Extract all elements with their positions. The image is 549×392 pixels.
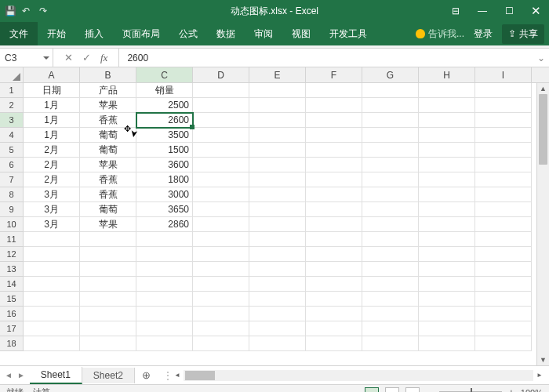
cell-B8[interactable]: 香蕉: [80, 187, 136, 202]
cell-H11[interactable]: [419, 232, 475, 247]
cell-D16[interactable]: [193, 307, 249, 321]
row-header-18[interactable]: 18: [0, 336, 24, 351]
cell-D7[interactable]: [193, 172, 249, 187]
cell-D2[interactable]: [193, 98, 249, 113]
cell-A16[interactable]: [24, 307, 80, 321]
cell-H16[interactable]: [419, 307, 475, 321]
cell-F8[interactable]: [306, 187, 362, 202]
cell-H4[interactable]: [419, 128, 475, 143]
cell-F3[interactable]: [306, 113, 362, 128]
cell-I16[interactable]: [475, 307, 532, 321]
cell-E12[interactable]: [249, 247, 306, 262]
cell-G17[interactable]: [362, 321, 419, 336]
scroll-up-icon[interactable]: ▲: [537, 83, 549, 94]
cell-H2[interactable]: [419, 98, 475, 113]
cell-G18[interactable]: [362, 336, 419, 351]
cell-I17[interactable]: [475, 321, 532, 336]
sheet-tab-2[interactable]: Sheet2: [82, 368, 135, 383]
row-header-9[interactable]: 9: [0, 202, 24, 217]
cell-A3[interactable]: 1月: [24, 113, 80, 128]
cell-C11[interactable]: [136, 232, 193, 247]
select-all-corner[interactable]: [0, 67, 24, 82]
cell-E15[interactable]: [249, 292, 306, 307]
cell-B14[interactable]: [80, 277, 136, 292]
cell-C6[interactable]: 3600: [136, 158, 193, 172]
cell-C12[interactable]: [136, 247, 193, 262]
cell-A18[interactable]: [24, 336, 80, 351]
cell-D6[interactable]: [193, 158, 249, 172]
cell-B18[interactable]: [80, 336, 136, 351]
cell-D11[interactable]: [193, 232, 249, 247]
tab-review[interactable]: 审阅: [245, 22, 282, 45]
cell-A14[interactable]: [24, 277, 80, 292]
cell-E18[interactable]: [249, 336, 306, 351]
cell-C10[interactable]: 2860: [136, 217, 193, 232]
cell-I2[interactable]: [475, 98, 532, 113]
cell-H12[interactable]: [419, 247, 475, 262]
tab-insert[interactable]: 插入: [75, 22, 113, 45]
cell-D17[interactable]: [193, 321, 249, 336]
cell-E14[interactable]: [249, 277, 306, 292]
cell-F12[interactable]: [306, 247, 362, 262]
redo-icon[interactable]: ↷: [39, 5, 50, 16]
cell-G16[interactable]: [362, 307, 419, 321]
cell-D18[interactable]: [193, 336, 249, 351]
add-sheet-button[interactable]: ⊕: [135, 369, 158, 381]
view-pagelayout-icon[interactable]: [385, 387, 399, 393]
cell-C1[interactable]: 销量: [136, 83, 193, 98]
cell-I6[interactable]: [475, 158, 532, 172]
name-box[interactable]: C3: [0, 49, 53, 67]
cell-G5[interactable]: [362, 143, 419, 158]
cell-F1[interactable]: [306, 83, 362, 98]
cell-B6[interactable]: 苹果: [80, 158, 136, 172]
horizontal-scrollbar[interactable]: [184, 370, 533, 381]
cell-D14[interactable]: [193, 277, 249, 292]
cell-B15[interactable]: [80, 292, 136, 307]
share-button[interactable]: ⇪共享: [502, 24, 544, 44]
cell-I1[interactable]: [475, 83, 532, 98]
cell-B11[interactable]: [80, 232, 136, 247]
tab-file[interactable]: 文件: [0, 22, 38, 45]
cell-H8[interactable]: [419, 187, 475, 202]
cell-B2[interactable]: 苹果: [80, 98, 136, 113]
cell-G4[interactable]: [362, 128, 419, 143]
fx-icon[interactable]: fx: [100, 52, 107, 64]
zoom-out-button[interactable]: −: [426, 387, 432, 393]
cell-D4[interactable]: [193, 128, 249, 143]
row-header-11[interactable]: 11: [0, 232, 24, 247]
formula-expand-icon[interactable]: ⌄: [533, 49, 549, 67]
cell-H17[interactable]: [419, 321, 475, 336]
cell-B10[interactable]: 苹果: [80, 217, 136, 232]
hscroll-thumb[interactable]: [185, 371, 215, 380]
cell-G13[interactable]: [362, 262, 419, 277]
cell-A5[interactable]: 2月: [24, 143, 80, 158]
cell-A6[interactable]: 2月: [24, 158, 80, 172]
cell-A9[interactable]: 3月: [24, 202, 80, 217]
cell-E8[interactable]: [249, 187, 306, 202]
cell-C3[interactable]: 2600: [136, 113, 193, 128]
cell-F16[interactable]: [306, 307, 362, 321]
column-header-C[interactable]: C: [136, 67, 193, 82]
cell-G3[interactable]: [362, 113, 419, 128]
tab-developer[interactable]: 开发工具: [320, 22, 376, 45]
cell-F6[interactable]: [306, 158, 362, 172]
sheet-nav[interactable]: ◄►: [0, 371, 30, 379]
cell-A12[interactable]: [24, 247, 80, 262]
cell-F4[interactable]: [306, 128, 362, 143]
cell-I3[interactable]: [475, 113, 532, 128]
cell-A11[interactable]: [24, 232, 80, 247]
column-header-H[interactable]: H: [419, 67, 475, 82]
cell-D13[interactable]: [193, 262, 249, 277]
formula-bar[interactable]: 2600: [119, 49, 533, 67]
maximize-icon[interactable]: ☐: [496, 0, 522, 22]
cell-H10[interactable]: [419, 217, 475, 232]
cell-H6[interactable]: [419, 158, 475, 172]
tab-pagelayout[interactable]: 页面布局: [113, 22, 169, 45]
column-header-E[interactable]: E: [249, 67, 306, 82]
cell-E6[interactable]: [249, 158, 306, 172]
cell-C9[interactable]: 3650: [136, 202, 193, 217]
cell-I7[interactable]: [475, 172, 532, 187]
cell-F9[interactable]: [306, 202, 362, 217]
cell-F7[interactable]: [306, 172, 362, 187]
cell-I4[interactable]: [475, 128, 532, 143]
